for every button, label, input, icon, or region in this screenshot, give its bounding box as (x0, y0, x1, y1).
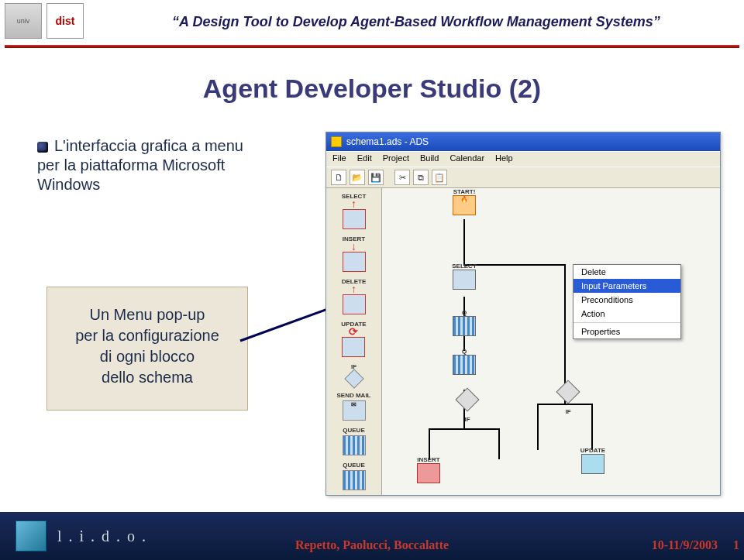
logo-dist: dist (46, 3, 84, 39)
logo-group: univ dist (0, 0, 88, 42)
wire (429, 428, 500, 430)
menubar[interactable]: File Edit Project Build Calendar Help (326, 151, 720, 167)
ctx-separator (574, 322, 680, 323)
save-icon[interactable]: 💾 (368, 170, 384, 185)
palette-sendmail[interactable]: SEND MAIL✉ (337, 392, 371, 421)
palette-queue[interactable]: QUEUE (343, 427, 366, 455)
menu-build[interactable]: Build (420, 153, 439, 165)
window-title: schema1.ads - ADS (346, 136, 429, 147)
footer: l . i . d . o . (0, 512, 744, 560)
app-icon (331, 136, 342, 147)
ctx-preconditions[interactable]: Preconditions (574, 293, 680, 307)
slide-title: Agent Developer Studio (2) (0, 74, 744, 104)
palette-insert[interactable]: INSERT↓ (343, 235, 366, 272)
node-queue-2[interactable]: Q (449, 348, 480, 383)
wire (463, 219, 465, 264)
menu-edit[interactable]: Edit (357, 153, 372, 165)
context-menu[interactable]: Delete Input Parameters Preconditions Ac… (573, 264, 681, 339)
logo-university: univ (5, 3, 42, 39)
paste-icon[interactable]: 📋 (432, 170, 447, 185)
callout-line: Un Menu pop-up (61, 304, 233, 325)
ctx-input-parameters[interactable]: Input Parameters (574, 279, 680, 293)
node-if-2[interactable]: IF (553, 383, 584, 419)
ctx-properties[interactable]: Properties (574, 325, 680, 338)
palette: SELECT↑ INSERT↓ DELETE↑ UPDATE⟳ IF SEND … (326, 188, 382, 495)
node-insert[interactable]: INSERT (413, 456, 444, 492)
wire (537, 404, 539, 450)
menu-help[interactable]: Help (495, 153, 513, 165)
node-update[interactable]: UPDATE (577, 447, 608, 483)
bullet-content: L'interfaccia grafica a menu per la piat… (37, 137, 243, 193)
menu-file[interactable]: File (332, 153, 346, 165)
toolbar: 🗋 📂 💾 ✂ ⧉ 📋 (326, 167, 720, 188)
node-start[interactable]: START!🔥 (449, 188, 480, 224)
callout-line: per la configurazione (61, 325, 233, 346)
canvas[interactable]: START!🔥 SELECT Q Q IF INSERT IF UPDATE D… (382, 188, 720, 495)
palette-select[interactable]: SELECT↑ (342, 193, 367, 229)
footer-authors: Repetto, Paolucci, Boccalatte (0, 538, 744, 552)
app-body: SELECT↑ INSERT↓ DELETE↑ UPDATE⟳ IF SEND … (326, 188, 720, 495)
app-window: schema1.ads - ADS File Edit Project Buil… (326, 132, 721, 496)
wire (429, 428, 430, 459)
menu-project[interactable]: Project (383, 153, 409, 165)
wire (591, 404, 593, 450)
titlebar: schema1.ads - ADS (326, 132, 720, 151)
open-file-icon[interactable]: 📂 (350, 170, 365, 185)
palette-delete[interactable]: DELETE↑ (342, 278, 367, 314)
node-if-1[interactable]: IF (452, 391, 483, 427)
footer-page: 1 (733, 538, 739, 552)
palette-queue-2[interactable]: QUEUE (343, 462, 366, 490)
wire (498, 428, 500, 459)
ctx-action[interactable]: Action (574, 307, 680, 321)
footer-date: 10-11/9/2003 (652, 538, 718, 552)
callout-line: di ogni blocco (61, 346, 233, 367)
menu-calendar[interactable]: Calendar (450, 153, 484, 165)
ctx-delete[interactable]: Delete (574, 265, 680, 279)
new-file-icon[interactable]: 🗋 (331, 170, 346, 185)
paper-title: “A Design Tool to Develop Agent-Based Wo… (88, 0, 744, 30)
bullet-text: L'interfaccia grafica a menu per la piat… (37, 136, 270, 194)
palette-if[interactable]: IF (347, 363, 361, 386)
header-rule (5, 45, 739, 48)
copy-icon[interactable]: ⧉ (413, 170, 429, 185)
palette-update[interactable]: UPDATE⟳ (341, 321, 366, 357)
cut-icon[interactable]: ✂ (394, 170, 410, 185)
node-queue-1[interactable]: Q (449, 309, 480, 345)
callout-box: Un Menu pop-up per la configurazione di … (46, 287, 248, 411)
node-select[interactable]: SELECT (449, 263, 480, 298)
callout-line: dello schema (61, 367, 233, 388)
bullet-icon (37, 142, 48, 153)
